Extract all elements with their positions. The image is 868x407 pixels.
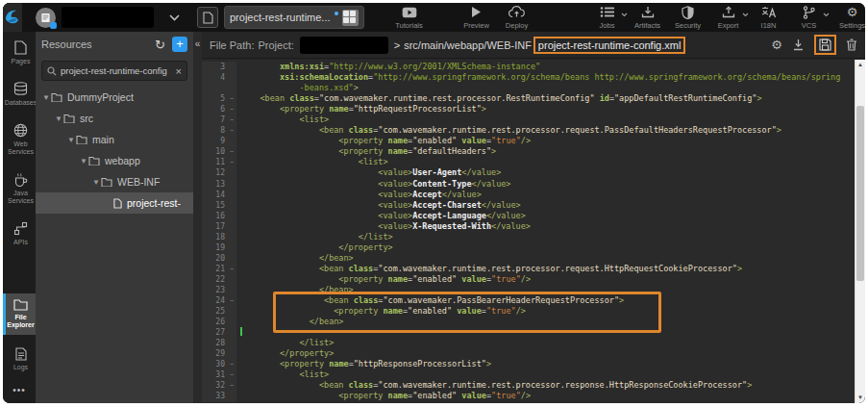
tree-folder-row[interactable]: ▼main — [36, 129, 193, 150]
code-line[interactable]: 25 <property name="enabled" value="true"… — [202, 306, 855, 317]
sidebar-more-button[interactable]: ••• — [3, 377, 36, 403]
code-line[interactable]: 32− <bean class="com.wavemaker.runtime.r… — [202, 380, 855, 391]
menu-tutorials[interactable]: Tutorials — [393, 5, 426, 30]
file-settings-gear-icon[interactable]: ⚙ — [771, 38, 782, 52]
chevron-down-icon[interactable] — [169, 14, 180, 21]
scrollbar-thumb[interactable] — [856, 106, 864, 281]
tree-expand-caret[interactable]: ▼ — [54, 114, 63, 123]
delete-file-icon[interactable] — [846, 38, 857, 51]
menu-preview[interactable]: Preview — [460, 5, 493, 30]
file-path-project-label: Project: — [258, 39, 293, 51]
code-line[interactable]: 5− <bean class="com.wavemaker.runtime.re… — [202, 93, 855, 104]
sidebar-item-logs[interactable]: Logs — [3, 343, 36, 377]
code-line[interactable]: 20 </bean> — [202, 253, 855, 264]
menu-deploy[interactable]: Deploy — [501, 5, 533, 30]
menu-security[interactable]: Security — [672, 5, 705, 30]
sidebar-item-apis[interactable]: APIs — [3, 216, 36, 252]
fold-marker-icon[interactable]: − — [227, 359, 236, 369]
editor-scrollbar[interactable]: ▲ ▼ — [855, 60, 865, 403]
sidebar-item-web-services[interactable]: Web Services — [3, 118, 36, 162]
code-area[interactable]: 3 xmlns:xsi="http://www.w3.org/2001/XMLS… — [202, 62, 855, 402]
sidebar-item-java-services[interactable]: Java Services — [3, 167, 36, 211]
tree-expand-caret[interactable]: ▼ — [91, 178, 101, 187]
scroll-down-arrow[interactable]: ▼ — [856, 393, 865, 403]
code-line[interactable]: 14 <value>Accept</value> — [202, 190, 855, 200]
code-line[interactable]: 9 <property name="enabled" value="true"/… — [202, 136, 855, 146]
code-line[interactable]: 10− <property name="defaultHeaders"> — [202, 146, 855, 157]
fold-marker-icon[interactable]: − — [227, 295, 236, 306]
tree-folder-row[interactable]: ▼DummyProject — [36, 87, 193, 108]
code-line[interactable]: 8− <bean class="com.wavemaker.runtime.re… — [202, 125, 855, 136]
fold-marker-icon[interactable]: − — [227, 264, 236, 274]
sidebar-item-file-explorer[interactable]: File Explorer — [3, 293, 36, 335]
add-resource-button[interactable]: + — [172, 37, 187, 52]
fold-marker-icon[interactable]: − — [227, 157, 236, 167]
sidebar-item-databases[interactable]: Databases — [3, 77, 36, 113]
code-line[interactable]: 23 </bean> — [202, 285, 855, 295]
tree-file-row[interactable]: project-rest- — [36, 192, 193, 214]
code-line[interactable]: 31− <list> — [202, 369, 855, 380]
clear-search-icon[interactable]: × — [176, 65, 182, 77]
tree-expand-caret[interactable]: ▼ — [66, 136, 76, 144]
code-line[interactable]: 3 xmlns:xsi="http://www.w3.org/2001/XMLS… — [202, 62, 855, 72]
menu-artifacts[interactable]: Artifacts — [632, 5, 664, 30]
menu-settings[interactable]: ⚙ Settings — [833, 5, 865, 30]
fold-marker-icon[interactable]: − — [227, 104, 236, 114]
tree-folder-row[interactable]: ▼webapp — [36, 150, 193, 171]
code-line[interactable]: 17 <value>X-Requested-With</value> — [202, 221, 855, 232]
code-line[interactable]: 11− <list> — [202, 157, 855, 167]
scroll-up-arrow[interactable]: ▲ — [856, 60, 865, 70]
code-line[interactable]: 30− <property name="httpResponseProcesso… — [202, 359, 855, 369]
code-line[interactable]: 16 <value>Accept-Language</value> — [202, 211, 855, 221]
download-file-icon[interactable] — [792, 38, 805, 51]
code-text: <property name="httpRequestProcessorList… — [236, 104, 855, 114]
code-line[interactable]: 19 </property> — [202, 242, 855, 253]
refresh-icon[interactable]: ↻ — [155, 38, 165, 51]
line-number: 17 — [202, 221, 227, 232]
top-menu: Tutorials Preview Deploy Jobs — [393, 5, 865, 30]
folder-icon — [101, 177, 112, 187]
collapse-panel-icon[interactable]: « — [193, 39, 202, 49]
code-line[interactable]: 29 </property> — [202, 348, 855, 359]
project-switcher[interactable] — [36, 7, 180, 28]
fold-marker-icon[interactable]: − — [227, 380, 236, 391]
resource-search-input[interactable] — [61, 65, 173, 76]
fold-marker-icon[interactable]: − — [227, 146, 236, 157]
menu-vcs[interactable]: VCS — [793, 5, 826, 30]
sidebar-item-pages[interactable]: Pages — [3, 36, 36, 71]
line-number: 18 — [202, 232, 227, 242]
code-line[interactable]: 18 </list> — [202, 232, 855, 242]
code-line[interactable]: 13 <value>Content-Type</value> — [202, 179, 855, 190]
code-line[interactable]: 33 <property name="enabled" value="true"… — [202, 391, 855, 401]
file-path-label: File Path: — [210, 39, 254, 51]
save-file-icon[interactable] — [819, 38, 831, 51]
fold-marker-icon[interactable]: − — [227, 93, 236, 104]
open-file-tab[interactable]: project-rest-runtime... — [197, 6, 364, 29]
code-line[interactable]: 21− <bean class="com.wavemaker.runtime.r… — [202, 264, 855, 274]
code-line[interactable]: 26 </bean> — [202, 317, 855, 327]
code-line[interactable]: 22 <property name="enabled" value="true"… — [202, 274, 855, 285]
menu-jobs[interactable]: Jobs — [591, 5, 624, 30]
fold-marker-icon[interactable]: − — [227, 125, 236, 136]
tree-folder-row[interactable]: ▼WEB-INF — [36, 171, 193, 192]
code-line[interactable]: 7− <list> — [202, 114, 855, 125]
code-editor-body[interactable]: 3 xmlns:xsi="http://www.w3.org/2001/XMLS… — [202, 60, 865, 403]
tree-expand-caret[interactable]: ▼ — [41, 93, 51, 102]
code-line[interactable]: 6− <property name="httpRequestProcessorL… — [202, 104, 855, 114]
code-line[interactable]: -beans.xsd"> — [202, 83, 855, 93]
menu-export[interactable]: Export — [712, 5, 745, 30]
code-line[interactable]: 4 xsi:schemaLocation="http://www.springf… — [202, 72, 855, 83]
code-line[interactable]: 15 <value>Accept-Charset</value> — [202, 200, 855, 211]
tree-folder-row[interactable]: ▼src — [36, 108, 193, 129]
menu-i18n[interactable]: I18N — [753, 5, 785, 30]
wavemaker-logo[interactable] — [3, 3, 22, 32]
code-line[interactable]: 27 — [202, 327, 855, 338]
grid-view-icon[interactable] — [342, 10, 359, 26]
fold-marker-icon[interactable]: − — [227, 369, 236, 380]
code-line[interactable]: 12 <value>User-Agent</value> — [202, 167, 855, 178]
tree-expand-caret[interactable]: ▼ — [79, 157, 88, 165]
code-line[interactable]: 28 </list> — [202, 338, 855, 348]
code-line[interactable]: 24− <bean class="com.wavemaker.PassBeare… — [202, 295, 855, 306]
fold-marker-icon[interactable]: − — [227, 114, 236, 125]
file-editor: File Path: Project: > src/main/webapp/WE… — [202, 32, 865, 403]
